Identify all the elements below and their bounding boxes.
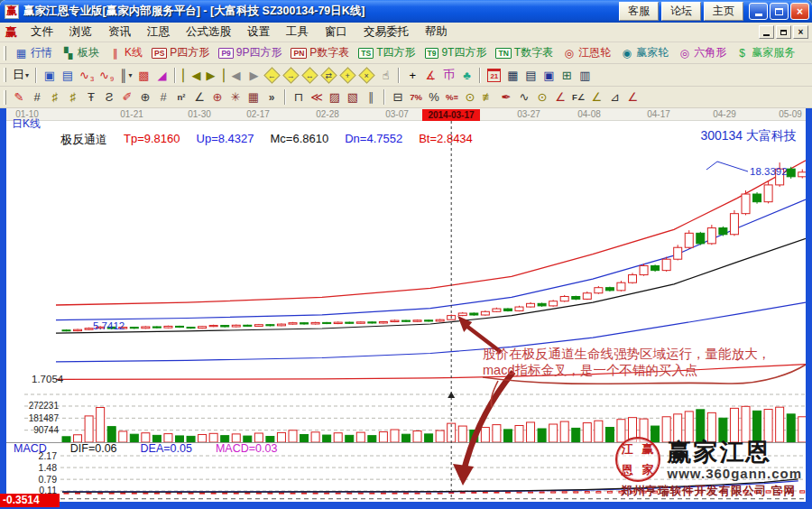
grid-box-icon[interactable]: ▦ [245, 88, 263, 106]
percent-lines-icon[interactable]: %≡ [443, 88, 461, 106]
marker-pen-icon[interactable]: ✒ [497, 88, 515, 106]
toolbar-grip[interactable] [4, 68, 6, 82]
save-icon[interactable]: ▣ [540, 66, 558, 84]
clover-tool-icon[interactable]: ♣ [457, 66, 475, 84]
maximize-button[interactable] [770, 3, 789, 20]
color-chart-icon[interactable]: ◢ [152, 66, 171, 84]
wave3-icon[interactable]: ∿ 3 [77, 66, 97, 84]
minimize-button[interactable] [749, 3, 768, 20]
menu-item[interactable]: 窗口 [317, 23, 355, 42]
scale-tool-icon[interactable]: ⊟ [389, 88, 407, 106]
close-button[interactable]: × [790, 3, 809, 20]
pattern-grid-icon[interactable]: ▨ [326, 88, 344, 106]
wave9-icon[interactable]: ∿ 9 [97, 66, 116, 84]
winner-service-button[interactable]: $ 赢家服务 [731, 44, 799, 61]
menu-item[interactable]: 资讯 [100, 23, 139, 42]
gann-circle-icon[interactable]: ⊕ [136, 88, 154, 106]
currency-tool-icon[interactable]: 币 [439, 66, 457, 84]
p-square-button[interactable]: PS P四方形 [147, 44, 214, 61]
ruler-grid-icon[interactable]: # [154, 88, 172, 106]
toolbar-icon: ⇄ [326, 70, 333, 79]
angle-measure-icon[interactable]: ∡ [421, 66, 439, 84]
info-board-icon[interactable]: ▤ [59, 66, 77, 84]
percent-icon[interactable]: % [425, 88, 443, 106]
compress-horizontal-icon[interactable]: ⇄ [321, 67, 337, 83]
gold-grid2-icon[interactable]: ♯ [64, 88, 82, 106]
shift-right-icon[interactable]: → [283, 67, 300, 83]
remote-pc-icon[interactable]: ▥ [576, 66, 594, 84]
gann-wheel-button[interactable]: ◎ 江恩轮 [558, 44, 615, 61]
winner-wheel-button[interactable]: ◉ 赢家轮 [615, 44, 673, 61]
calendar-icon[interactable]: 21 [484, 66, 503, 84]
menu-item[interactable]: 浏览 [61, 23, 100, 42]
shift-left-icon[interactable]: ← [264, 67, 281, 83]
hand-tool-icon[interactable]: ☝ [376, 66, 394, 84]
menu-item[interactable]: 公式选股 [178, 23, 239, 42]
p9-square-button[interactable]: P9 9P四方形 [214, 44, 286, 61]
menu-item[interactable]: 文件 [23, 23, 61, 42]
calculator-icon[interactable]: ▦ [503, 66, 521, 84]
overlay-chart-icon[interactable]: ▣ [41, 66, 59, 84]
menu-item[interactable]: 江恩 [139, 23, 178, 42]
angle-tool-icon[interactable]: ∠ [190, 88, 208, 106]
block-chart-icon[interactable]: ▩ [134, 66, 152, 84]
circle-cross-icon[interactable]: ⊕ [208, 88, 226, 106]
menu-item[interactable]: 设置 [239, 23, 278, 42]
kline-button[interactable]: ∥ K线 [104, 44, 147, 61]
network-icon[interactable]: ⊞ [558, 66, 576, 84]
title-link-button[interactable]: 客服 [619, 2, 659, 21]
title-link-button[interactable]: 论坛 [661, 2, 701, 21]
menu-item[interactable]: 帮助 [417, 23, 456, 42]
last-page-icon[interactable]: ▶▕ [203, 66, 226, 84]
gold-circle-icon[interactable]: ⊙ [461, 88, 479, 106]
gann-grid-icon[interactable]: # [28, 88, 46, 106]
red-angle2-icon[interactable]: ∠ [623, 88, 641, 106]
star-circle-icon[interactable]: ✳ [226, 88, 245, 106]
gold-circle2-icon[interactable]: ⊙ [533, 88, 551, 106]
p-number-button[interactable]: PN P数字表 [286, 44, 354, 61]
candle-style-selector[interactable]: ║ ▾ [116, 66, 134, 84]
toolbar-grip[interactable] [4, 46, 6, 60]
percent7-icon[interactable]: 7% [407, 88, 425, 106]
gold-angle-icon[interactable]: ∠ [587, 88, 605, 106]
more-tools-chevron[interactable]: » [263, 88, 281, 106]
pen-tool-icon[interactable]: ✐ [118, 88, 136, 106]
quotes-button[interactable]: ▦ 行情 [10, 44, 57, 61]
t-square-button[interactable]: TS T四方形 [354, 44, 420, 61]
menu-item[interactable]: 交易委托 [355, 23, 417, 42]
red-angle-icon[interactable]: ∠ [551, 88, 569, 106]
next-icon[interactable]: ▶ [245, 66, 263, 84]
spiral-icon[interactable]: Ƨ [100, 88, 118, 106]
n-square-icon[interactable]: n² [172, 88, 190, 106]
gold-grid-icon[interactable]: ♯ [46, 88, 64, 106]
title-link-button[interactable]: 主页 [704, 2, 743, 21]
toolbar-grip[interactable] [4, 90, 6, 105]
triangle-icon[interactable]: ⊿ [605, 88, 623, 106]
t9-square-button[interactable]: T9 9T四方形 [420, 44, 492, 61]
period-selector[interactable]: 日 ▾ [10, 66, 32, 84]
t-number-button[interactable]: TN T数字表 [491, 44, 558, 61]
f-grid-icon[interactable]: Ŧ [82, 88, 100, 106]
hexagon-button[interactable]: ◎ 六角形 [673, 44, 731, 61]
box-tool-icon[interactable]: ⊓ [290, 88, 308, 106]
zoom-in-icon[interactable]: + [340, 67, 356, 83]
mdi-restore-button[interactable] [776, 25, 791, 39]
notes-icon[interactable]: ▤ [521, 66, 540, 84]
first-page-icon[interactable]: ▏◀ [180, 66, 203, 84]
crosshair-icon[interactable]: + [403, 66, 421, 84]
f-angle-icon[interactable]: F∠ [569, 88, 587, 106]
wave-tool-icon[interactable]: ∿ [515, 88, 533, 106]
parallel-lines-icon[interactable]: ∥ [362, 88, 380, 106]
pattern-grid2-icon[interactable]: ▧ [344, 88, 362, 106]
draw-tool-icon[interactable]: ✎ [10, 88, 28, 106]
menu-item[interactable]: 工具 [278, 23, 317, 42]
mdi-close-button[interactable]: × [793, 25, 808, 39]
mdi-minimize-button[interactable] [759, 25, 774, 39]
expand-horizontal-icon[interactable]: ↔ [302, 67, 318, 83]
gold-lines-icon[interactable]: ≢ [479, 88, 497, 106]
fan-lines-icon[interactable]: ≪ [308, 88, 326, 106]
price-volume-chart[interactable]: 2722311814879074418.33925.74121.7054 [6, 121, 806, 442]
sectors-button[interactable]: ▚ 板块 [57, 44, 104, 61]
prev-icon[interactable]: ◀ [226, 66, 245, 84]
zoom-out-icon[interactable]: × [359, 67, 375, 83]
